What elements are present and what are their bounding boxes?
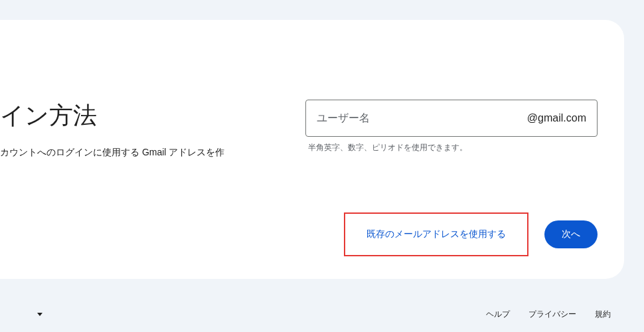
terms-link[interactable]: 規約 [595, 309, 611, 320]
email-domain-suffix: @gmail.com [527, 112, 586, 124]
page-heading: イン方法 [0, 100, 292, 132]
input-helper-text: 半角英字、数字、ピリオドを使用できます。 [308, 142, 598, 153]
chevron-down-icon [37, 313, 42, 316]
action-row: 既存のメールアドレスを使用する 次へ [305, 212, 598, 259]
privacy-link[interactable]: プライバシー [528, 309, 576, 320]
username-input[interactable] [317, 112, 527, 124]
language-selector[interactable] [27, 309, 49, 320]
page-footer: ヘルプ プライバシー 規約 [0, 309, 624, 320]
left-column: イン方法 カウントへのログインに使用する Gmail アドレスを作 [0, 46, 292, 259]
username-field-wrapper[interactable]: @gmail.com [305, 100, 598, 137]
footer-links: ヘルプ プライバシー 規約 [486, 309, 611, 320]
page-subtext: カウントへのログインに使用する Gmail アドレスを作 [0, 145, 292, 159]
content-area: イン方法 カウントへのログインに使用する Gmail アドレスを作 @gmail… [0, 46, 598, 259]
help-link[interactable]: ヘルプ [486, 309, 510, 320]
highlight-annotation: 既存のメールアドレスを使用する [344, 212, 528, 256]
signup-card: イン方法 カウントへのログインに使用する Gmail アドレスを作 @gmail… [0, 20, 624, 279]
use-existing-email-button[interactable]: 既存のメールアドレスを使用する [359, 222, 514, 247]
right-column: @gmail.com 半角英字、数字、ピリオドを使用できます。 既存のメールアド… [292, 46, 598, 259]
next-button[interactable]: 次へ [544, 220, 598, 248]
